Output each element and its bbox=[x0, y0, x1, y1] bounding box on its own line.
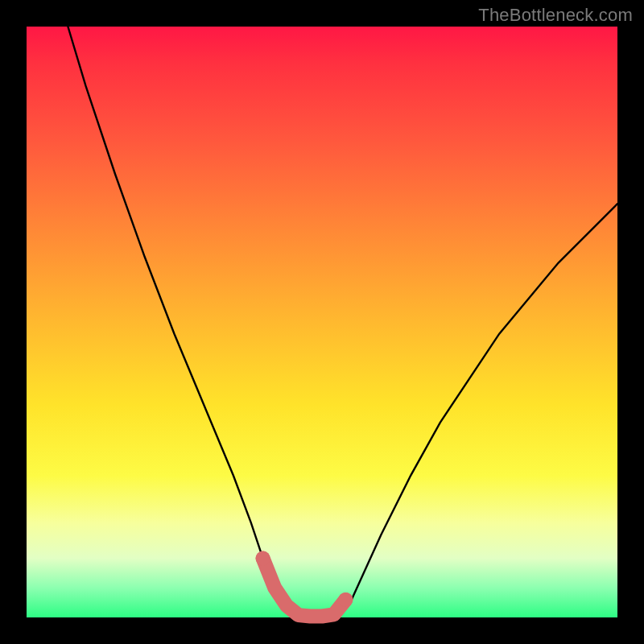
plot-area bbox=[27, 27, 617, 617]
chart-frame: TheBottleneck.com bbox=[0, 0, 644, 644]
watermark-text: TheBottleneck.com bbox=[478, 5, 633, 26]
highlight-endpoint-left bbox=[256, 551, 270, 566]
highlight-band bbox=[263, 559, 346, 617]
highlight-endpoint-right bbox=[338, 592, 353, 607]
curve-svg bbox=[27, 27, 617, 617]
bottleneck-curve bbox=[68, 27, 617, 617]
